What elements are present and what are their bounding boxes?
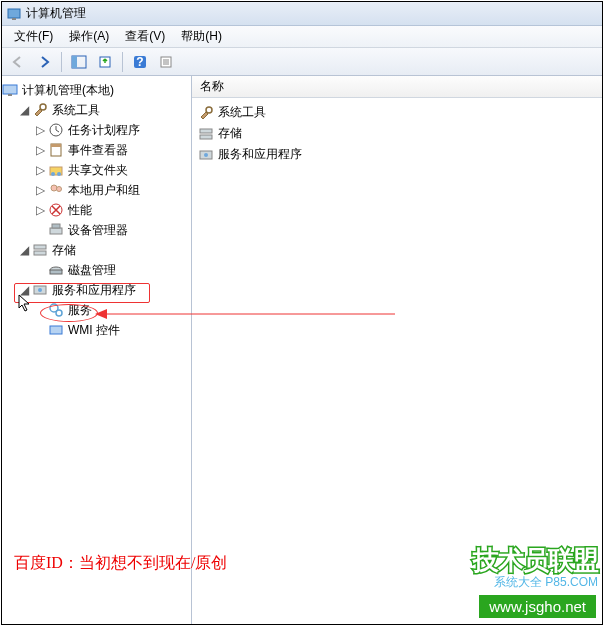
expand-icon[interactable]: ▷: [34, 183, 46, 197]
menu-help[interactable]: 帮助(H): [173, 26, 230, 47]
tree-event-viewer[interactable]: ▷ 事件查看器: [2, 140, 191, 160]
export-button[interactable]: [93, 51, 117, 73]
event-icon: [48, 142, 64, 158]
toolbar-separator: [122, 52, 123, 72]
svg-point-18: [51, 172, 55, 176]
storage-icon: [198, 126, 214, 142]
tree-label: 事件查看器: [66, 142, 130, 159]
expand-icon[interactable]: ▷: [34, 163, 46, 177]
column-header-name[interactable]: 名称: [200, 78, 224, 95]
annotation-text: 百度ID：当初想不到现在/原创: [14, 553, 227, 574]
svg-rect-23: [50, 228, 62, 234]
tools-icon: [32, 102, 48, 118]
tree-disk-mgmt[interactable]: 磁盘管理: [2, 260, 191, 280]
clock-icon: [48, 122, 64, 138]
toolbar-separator: [61, 52, 62, 72]
tree-shared-folders[interactable]: ▷ 共享文件夹: [2, 160, 191, 180]
services-apps-icon: [198, 147, 214, 163]
svg-point-38: [204, 153, 208, 157]
computer-icon: [2, 82, 18, 98]
tree-root-label: 计算机管理(本地): [20, 82, 116, 99]
list-item-label: 存储: [218, 125, 242, 142]
tree-label: 性能: [66, 202, 94, 219]
tree-task-scheduler[interactable]: ▷ 任务计划程序: [2, 120, 191, 140]
list-item-label: 服务和应用程序: [218, 146, 302, 163]
share-icon: [48, 162, 64, 178]
svg-rect-12: [8, 94, 12, 96]
list-item[interactable]: 服务和应用程序: [198, 144, 596, 165]
gears-icon: [48, 302, 64, 318]
perf-icon: [48, 202, 64, 218]
svg-rect-33: [50, 326, 62, 334]
list-item-label: 系统工具: [218, 104, 266, 121]
tree-local-users[interactable]: ▷ 本地用户和组: [2, 180, 191, 200]
svg-text:?: ?: [136, 55, 143, 69]
show-hide-tree-button[interactable]: [67, 51, 91, 73]
tree-pane: 计算机管理(本地) ◢ 系统工具 ▷ 任务计划程序 ▷: [2, 76, 192, 624]
tree-services[interactable]: 服务: [2, 300, 191, 320]
services-apps-icon: [32, 282, 48, 298]
svg-point-32: [56, 310, 62, 316]
svg-rect-16: [51, 144, 61, 147]
properties-button[interactable]: [154, 51, 178, 73]
svg-point-13: [40, 104, 46, 110]
tree-label: 存储: [50, 242, 78, 259]
tree-label: 本地用户和组: [66, 182, 142, 199]
svg-rect-26: [34, 251, 46, 255]
svg-rect-24: [52, 224, 60, 228]
app-icon: [6, 6, 22, 22]
tree-wmi[interactable]: WMI 控件: [2, 320, 191, 340]
svg-rect-1: [12, 18, 16, 20]
help-button[interactable]: ?: [128, 51, 152, 73]
svg-rect-35: [200, 129, 212, 133]
menubar: 文件(F) 操作(A) 查看(V) 帮助(H): [2, 26, 602, 48]
menu-view[interactable]: 查看(V): [117, 26, 173, 47]
window-title: 计算机管理: [26, 5, 86, 22]
tree-system-tools[interactable]: ◢ 系统工具: [2, 100, 191, 120]
menu-file[interactable]: 文件(F): [6, 26, 61, 47]
svg-rect-25: [34, 245, 46, 249]
disk-icon: [48, 262, 64, 278]
wmi-icon: [48, 322, 64, 338]
svg-point-19: [57, 172, 61, 176]
svg-rect-28: [50, 270, 62, 274]
expand-icon[interactable]: ▷: [34, 143, 46, 157]
collapse-icon[interactable]: ◢: [18, 103, 30, 117]
tree-performance[interactable]: ▷ 性能: [2, 200, 191, 220]
tree-device-manager[interactable]: 设备管理器: [2, 220, 191, 240]
tree-label: 系统工具: [50, 102, 102, 119]
svg-point-20: [51, 185, 57, 191]
svg-point-30: [38, 288, 42, 292]
toolbar: ?: [2, 48, 602, 76]
tree-label: WMI 控件: [66, 322, 122, 339]
tree-root[interactable]: 计算机管理(本地): [2, 80, 191, 100]
forward-button[interactable]: [32, 51, 56, 73]
content-pane: 名称 系统工具 存储 服务和应用程序: [192, 76, 602, 624]
menu-action[interactable]: 操作(A): [61, 26, 117, 47]
expand-icon[interactable]: ▷: [34, 203, 46, 217]
tree-storage[interactable]: ◢ 存储: [2, 240, 191, 260]
svg-rect-11: [3, 85, 17, 94]
svg-point-21: [57, 187, 62, 192]
svg-rect-0: [8, 9, 20, 18]
svg-point-34: [206, 107, 212, 113]
svg-rect-3: [72, 56, 77, 68]
back-button: [6, 51, 30, 73]
list-item[interactable]: 存储: [198, 123, 596, 144]
svg-rect-36: [200, 135, 212, 139]
storage-icon: [32, 242, 48, 258]
tools-icon: [198, 105, 214, 121]
titlebar: 计算机管理: [2, 2, 602, 26]
tree-services-apps[interactable]: ◢ 服务和应用程序: [2, 280, 191, 300]
tree-label: 磁盘管理: [66, 262, 118, 279]
device-icon: [48, 222, 64, 238]
users-icon: [48, 182, 64, 198]
tree-label: 服务和应用程序: [50, 282, 138, 299]
expand-icon[interactable]: ▷: [34, 123, 46, 137]
collapse-icon[interactable]: ◢: [18, 283, 30, 297]
tree-label: 服务: [66, 302, 94, 319]
collapse-icon[interactable]: ◢: [18, 243, 30, 257]
list-item[interactable]: 系统工具: [198, 102, 596, 123]
tree-label: 任务计划程序: [66, 122, 142, 139]
tree-label: 设备管理器: [66, 222, 130, 239]
